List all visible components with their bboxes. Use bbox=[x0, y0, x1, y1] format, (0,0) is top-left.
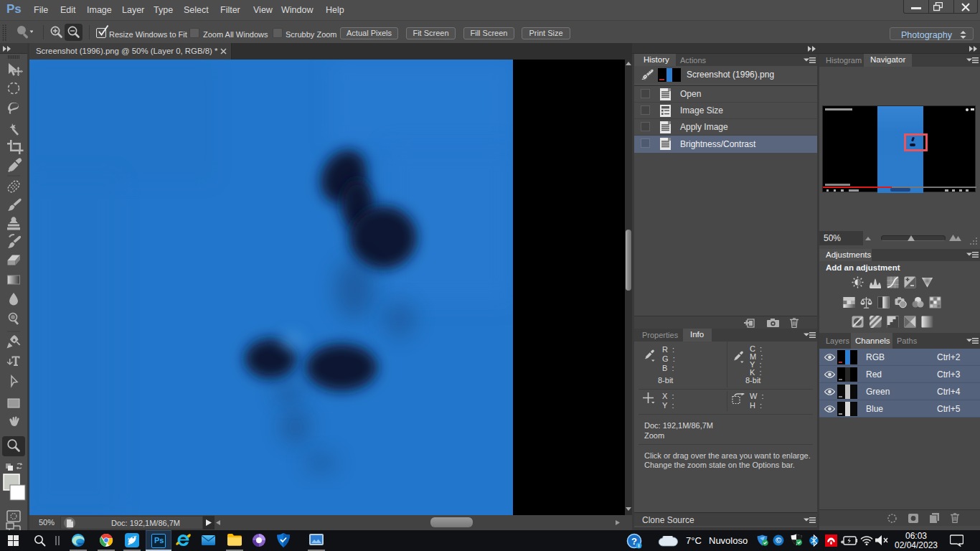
svg-text:©: © bbox=[776, 536, 781, 545]
svg-text:i: i bbox=[639, 543, 640, 548]
